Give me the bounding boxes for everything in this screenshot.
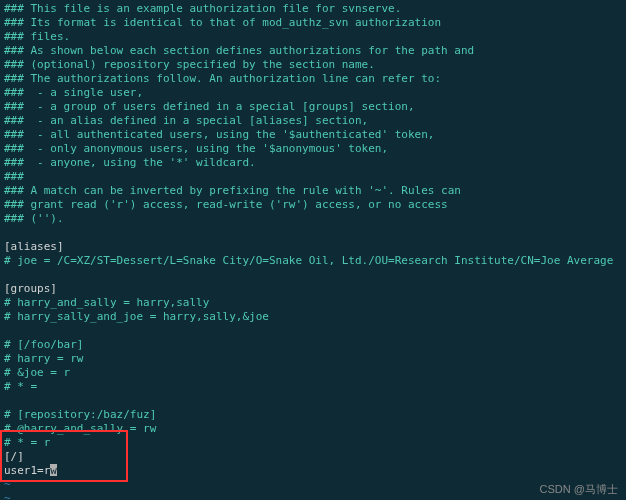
- code-line: # [repository:/baz/fuz]: [4, 408, 622, 422]
- code-line: ### (optional) repository specified by t…: [4, 58, 622, 72]
- code-line: # harry = rw: [4, 352, 622, 366]
- watermark: CSDN @马博士: [540, 482, 618, 496]
- code-line: ###: [4, 170, 622, 184]
- code-line: # [/foo/bar]: [4, 338, 622, 352]
- code-line: ### files.: [4, 30, 622, 44]
- code-line: ~: [4, 492, 622, 500]
- editor-content[interactable]: ### This file is an example authorizatio…: [4, 2, 622, 500]
- highlight-box: [0, 430, 128, 482]
- code-line: ### - a single user,: [4, 86, 622, 100]
- code-line: ### grant read ('r') access, read-write …: [4, 198, 622, 212]
- code-line: # harry_and_sally = harry,sally: [4, 296, 622, 310]
- code-line: [aliases]: [4, 240, 622, 254]
- code-line: # harry_sally_and_joe = harry,sally,&joe: [4, 310, 622, 324]
- code-line: ### The authorizations follow. An author…: [4, 72, 622, 86]
- code-line: [groups]: [4, 282, 622, 296]
- code-line: ### As shown below each section defines …: [4, 44, 622, 58]
- code-line: [4, 394, 622, 408]
- code-line: ### Its format is identical to that of m…: [4, 16, 622, 30]
- code-line: ### - a group of users defined in a spec…: [4, 100, 622, 114]
- code-line: ### ('').: [4, 212, 622, 226]
- code-line: ### A match can be inverted by prefixing…: [4, 184, 622, 198]
- code-line: # * =: [4, 380, 622, 394]
- code-line: [4, 226, 622, 240]
- code-line: [4, 268, 622, 282]
- code-line: ### - all authenticated users, using the…: [4, 128, 622, 142]
- code-line: ### - an alias defined in a special [ali…: [4, 114, 622, 128]
- code-line: ### This file is an example authorizatio…: [4, 2, 622, 16]
- code-line: # joe = /C=XZ/ST=Dessert/L=Snake City/O=…: [4, 254, 622, 268]
- code-line: ### - only anonymous users, using the '$…: [4, 142, 622, 156]
- code-line: # &joe = r: [4, 366, 622, 380]
- code-line: ### - anyone, using the '*' wildcard.: [4, 156, 622, 170]
- code-line: [4, 324, 622, 338]
